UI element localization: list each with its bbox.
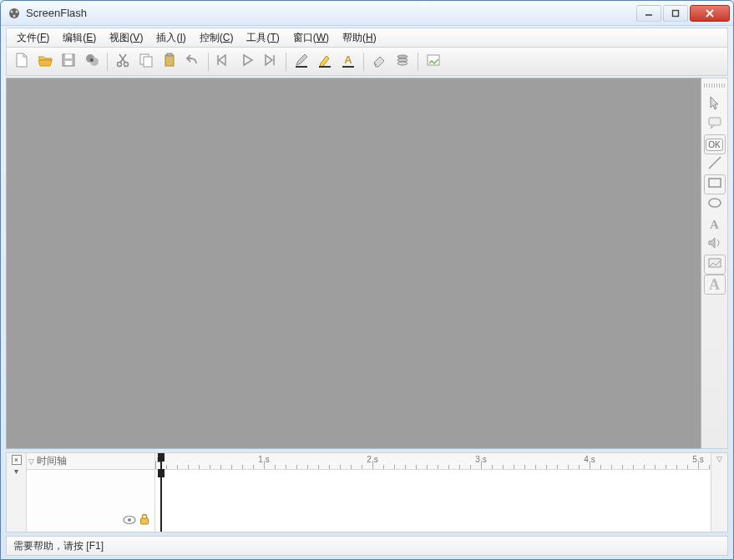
svg-point-25 (397, 58, 407, 62)
svg-rect-30 (709, 179, 721, 187)
copy-button[interactable] (135, 51, 157, 73)
record-button[interactable] (81, 51, 103, 73)
pointer[interactable] (704, 94, 726, 114)
step-back-icon (215, 52, 232, 72)
menu-item-1[interactable]: 编辑(E) (56, 29, 103, 47)
big-text-tool-icon: A (709, 276, 720, 294)
cut-button[interactable] (112, 51, 134, 73)
ellipse-tool-icon (706, 194, 723, 214)
timeline-playhead[interactable] (160, 470, 162, 532)
stack-button[interactable] (392, 51, 413, 73)
ellipse-tool[interactable] (704, 194, 726, 214)
svg-point-24 (397, 55, 407, 58)
step-back-button[interactable] (213, 51, 235, 73)
text-annotation-icon: A (340, 52, 357, 72)
paste-button[interactable] (159, 51, 180, 73)
toolbar-separator (363, 53, 364, 71)
undo-button[interactable] (182, 51, 204, 73)
pen-button[interactable] (291, 51, 312, 73)
save-file-icon (60, 52, 77, 72)
statusbar: 需要帮助，请按 [F1] (6, 536, 728, 556)
highlighter-button[interactable] (314, 51, 336, 73)
text-annotation-button[interactable]: A (337, 51, 359, 73)
ruler-label: 4 s (584, 455, 595, 464)
timeline-close-icon[interactable]: × (12, 455, 22, 465)
svg-rect-15 (144, 57, 152, 67)
lock-icon[interactable] (139, 513, 149, 528)
close-button[interactable] (690, 5, 730, 22)
open-file-button[interactable] (34, 51, 56, 73)
timeline-track-area[interactable] (155, 470, 711, 532)
undo-icon (185, 52, 201, 72)
text-tool-icon: A (710, 217, 719, 232)
svg-point-11 (90, 58, 94, 62)
timeline-collapse-icon[interactable]: ▾ (14, 467, 18, 476)
toolbox: OKAA (701, 78, 728, 449)
eye-icon[interactable] (123, 513, 136, 528)
toolbox-grip[interactable] (704, 83, 726, 88)
svg-point-31 (709, 199, 721, 207)
cut-icon (114, 52, 131, 72)
new-file-icon (13, 52, 30, 72)
speech-bubble[interactable] (704, 114, 726, 134)
timeline-gutter: × ▾ (7, 453, 27, 532)
timeline-track-icons (27, 470, 154, 532)
line-tool[interactable] (704, 154, 726, 174)
menu-item-3[interactable]: 插入(I) (149, 29, 192, 47)
maximize-button[interactable] (663, 5, 688, 22)
step-forward-button[interactable] (260, 51, 281, 73)
timeline-label[interactable]: ▽ 时间轴 (27, 453, 154, 470)
svg-rect-16 (165, 55, 174, 66)
save-file-button[interactable] (58, 51, 79, 73)
menu-item-6[interactable]: 窗口(W) (286, 29, 336, 47)
timeline-panel: × ▾ ▽ 时间轴 0 s1 s2 s3 s4 s5 s (6, 452, 728, 532)
menu-item-7[interactable]: 帮助(H) (336, 29, 383, 47)
eraser-button[interactable] (368, 51, 390, 73)
dropdown-icon: ▽ (28, 457, 34, 466)
window-title: ScreenFlash (26, 7, 635, 19)
playhead-handle-icon (158, 469, 165, 477)
window-controls (635, 5, 730, 22)
menu-item-4[interactable]: 控制(C) (193, 29, 240, 47)
ok-button[interactable]: OK (704, 134, 726, 154)
menubar: 文件(F)编辑(E)视图(V)插入(I)控制(C)工具(T)窗口(W)帮助(H) (6, 28, 728, 48)
canvas[interactable] (6, 78, 701, 449)
menu-item-5[interactable]: 工具(T) (240, 29, 286, 47)
text-tool[interactable]: A (704, 214, 726, 235)
ruler-label: 1 s (258, 455, 269, 464)
line-tool-icon (706, 154, 723, 174)
timeline-main[interactable]: 0 s1 s2 s3 s4 s5 s (155, 453, 711, 532)
eraser-icon (371, 52, 387, 72)
timeline-ruler[interactable]: 0 s1 s2 s3 s4 s5 s (155, 453, 711, 470)
toolbar-separator (418, 53, 418, 71)
play-button[interactable] (236, 51, 258, 73)
toolbar: A (6, 48, 728, 76)
svg-rect-28 (709, 118, 721, 125)
svg-point-3 (13, 14, 16, 17)
status-text: 需要帮助，请按 [F1] (13, 539, 104, 553)
open-file-icon (37, 52, 53, 72)
app-icon (8, 7, 21, 20)
svg-point-26 (397, 62, 407, 65)
svg-point-34 (128, 518, 131, 522)
workspace: OKAA (6, 78, 728, 449)
properties-button[interactable] (423, 51, 444, 73)
ruler-label: 2 s (367, 455, 377, 464)
timeline-header-column: ▽ 时间轴 (27, 453, 155, 532)
menu-item-2[interactable]: 视图(V) (103, 29, 149, 47)
svg-rect-17 (167, 53, 172, 56)
rectangle-tool-icon (706, 174, 723, 194)
svg-rect-35 (141, 518, 149, 524)
big-text-tool[interactable]: A (704, 275, 726, 295)
ok-button-icon: OK (706, 139, 722, 151)
image-tool[interactable] (704, 255, 726, 275)
rectangle-tool[interactable] (704, 174, 726, 194)
sound-tool[interactable] (704, 235, 726, 255)
new-file-button[interactable] (11, 51, 33, 73)
properties-icon (425, 52, 442, 72)
menu-item-0[interactable]: 文件(F) (10, 29, 56, 47)
svg-rect-5 (673, 10, 679, 16)
minimize-button[interactable] (636, 5, 661, 22)
svg-rect-7 (65, 54, 72, 58)
dropdown-icon[interactable]: ▽ (716, 455, 722, 463)
